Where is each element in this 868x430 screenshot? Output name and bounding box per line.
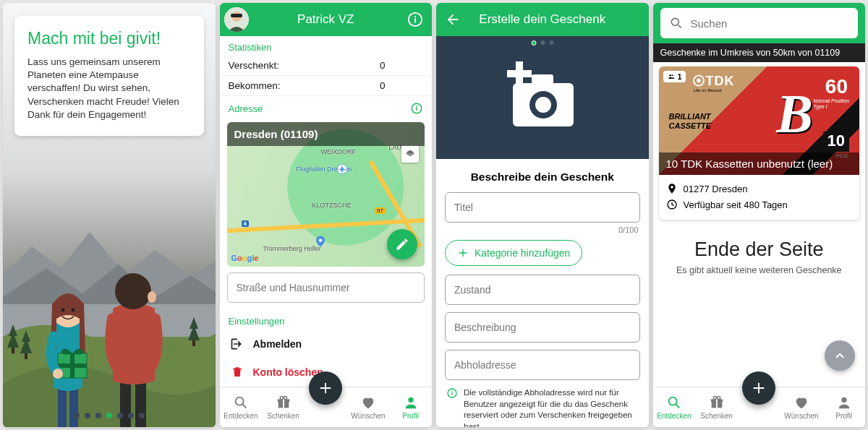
chevron-up-icon xyxy=(833,349,846,362)
profile-screen: Patrick VZ Statistiken Verschenkt: 0 Bek… xyxy=(220,3,433,427)
gift-card[interactable]: 1 ⦿TDK Life on Record BRILLIANT CASSETTE… xyxy=(659,66,860,220)
svg-point-48 xyxy=(669,74,671,77)
radius-bar[interactable]: Geschenke im Umkreis von 50km von 01109 xyxy=(653,43,866,62)
info-icon[interactable] xyxy=(410,102,423,115)
stat-given: Verschenkt: 0 xyxy=(220,56,433,76)
search-icon xyxy=(666,395,682,410)
description-input[interactable]: Beschreibung xyxy=(445,312,640,343)
discover-screen: Suchen Geschenke im Umkreis von 50km von… xyxy=(653,3,866,427)
svg-point-8 xyxy=(72,309,75,312)
nav-discover[interactable]: Entdecken xyxy=(220,387,263,427)
search-icon xyxy=(233,395,249,410)
edit-location-button[interactable] xyxy=(387,229,417,259)
onboarding-card: Mach mit bei givit! Lass uns gemeinsam u… xyxy=(14,16,204,136)
svg-point-51 xyxy=(669,397,677,405)
end-of-list: Ende der Seite Es gibt aktuell keine wei… xyxy=(653,238,866,275)
create-header: Erstelle dein Geschenk xyxy=(436,3,649,36)
profile-title: Patrick VZ xyxy=(253,12,399,27)
info-icon xyxy=(446,387,458,427)
onboarding-title: Mach mit bei givit! xyxy=(27,29,191,48)
nav-discover[interactable]: Entdecken xyxy=(653,387,696,427)
logout-row[interactable]: Abmelden xyxy=(220,330,433,358)
create-gift-screen: Erstelle dein Geschenk Beschreibe dein G… xyxy=(436,3,649,427)
svg-rect-45 xyxy=(451,392,452,395)
scroll-top-button[interactable] xyxy=(825,340,855,371)
gift-icon xyxy=(709,395,725,410)
photo-upload-area[interactable] xyxy=(436,36,649,159)
gift-title: 10 TDK Kassetten unbenutzt (leer) xyxy=(659,152,860,175)
nav-wish[interactable]: Wünschen xyxy=(780,387,823,427)
svg-point-35 xyxy=(284,397,286,400)
svg-line-47 xyxy=(678,25,681,28)
svg-rect-33 xyxy=(283,399,284,408)
interested-badge: 1 xyxy=(663,71,686,82)
nav-wish[interactable]: Wünschen xyxy=(347,387,390,427)
map-container[interactable]: Dresden (01109) WEIXDORF LAUSA Flughafen… xyxy=(227,122,425,267)
svg-rect-20 xyxy=(231,14,242,17)
svg-point-34 xyxy=(280,397,283,400)
svg-point-36 xyxy=(408,397,413,403)
search-input[interactable]: Suchen xyxy=(660,8,859,38)
map-layers-button[interactable] xyxy=(401,145,419,163)
svg-point-49 xyxy=(671,74,673,76)
svg-rect-2 xyxy=(25,353,27,359)
svg-point-58 xyxy=(841,397,846,403)
settings-section-title: Einstellungen xyxy=(220,310,433,330)
nav-profile[interactable]: Profil xyxy=(822,387,865,427)
onboarding-screen: Mach mit bei givit! Lass uns gemeinsam u… xyxy=(3,3,216,427)
svg-point-46 xyxy=(671,18,678,25)
heart-icon xyxy=(360,395,376,410)
svg-point-17 xyxy=(148,291,156,303)
title-char-count: 0/100 xyxy=(445,225,639,234)
svg-point-44 xyxy=(451,391,453,392)
page-indicator xyxy=(74,413,145,418)
back-button[interactable] xyxy=(436,3,469,36)
logout-label: Abmelden xyxy=(253,338,302,350)
nav-give[interactable]: Schenken xyxy=(262,387,305,427)
bottom-nav: Entdecken Schenken . Wünschen Profil xyxy=(653,387,866,427)
svg-point-28 xyxy=(318,238,322,242)
svg-point-22 xyxy=(414,16,416,17)
add-category-button[interactable]: Kategorie hinzufügen xyxy=(445,240,582,266)
pin-icon xyxy=(666,183,678,194)
add-photo-icon xyxy=(503,61,582,134)
svg-line-52 xyxy=(676,405,680,408)
svg-point-13 xyxy=(53,369,63,379)
street-input[interactable]: Straße und Hausnummer xyxy=(227,272,425,303)
nav-profile[interactable]: Profil xyxy=(389,387,432,427)
airport-pin-icon xyxy=(336,163,349,176)
svg-rect-42 xyxy=(507,70,532,77)
info-button[interactable] xyxy=(399,3,432,36)
stat-received: Bekommen: 0 xyxy=(220,76,433,96)
search-header: Suchen xyxy=(653,3,866,43)
svg-rect-3 xyxy=(192,340,195,346)
avatar xyxy=(224,7,249,32)
pencil-icon xyxy=(395,237,409,251)
svg-line-30 xyxy=(243,405,247,408)
svg-point-57 xyxy=(717,397,720,400)
nav-give[interactable]: Schenken xyxy=(695,387,738,427)
stats-section-title: Statistiken xyxy=(220,36,433,56)
arrow-left-icon xyxy=(445,12,461,27)
svg-rect-38 xyxy=(532,74,553,86)
profile-header: Patrick VZ xyxy=(220,3,433,36)
gift-availability: Verfügbar seit 480 Tagen xyxy=(666,197,853,212)
avatar-button[interactable] xyxy=(220,3,253,36)
condition-input[interactable]: Zustand xyxy=(445,275,640,305)
map-provider-label: Google xyxy=(231,254,259,262)
svg-rect-23 xyxy=(414,18,416,22)
svg-rect-26 xyxy=(416,108,417,111)
plus-icon xyxy=(318,380,333,396)
describe-heading: Beschreibe dein Geschenk xyxy=(445,171,640,184)
gift-image: 1 ⦿TDK Life on Record BRILLIANT CASSETTE… xyxy=(659,66,860,175)
people-icon xyxy=(667,73,676,80)
add-fab[interactable] xyxy=(309,371,342,405)
add-fab[interactable] xyxy=(742,371,775,405)
plus-icon xyxy=(751,380,767,396)
gift-icon xyxy=(276,395,292,410)
address-section-title: Adresse xyxy=(220,96,433,118)
plus-icon xyxy=(457,247,469,259)
svg-point-7 xyxy=(61,309,65,312)
pickup-address-input[interactable]: Abholadresse xyxy=(445,350,640,380)
title-input[interactable]: Titel xyxy=(445,192,640,223)
